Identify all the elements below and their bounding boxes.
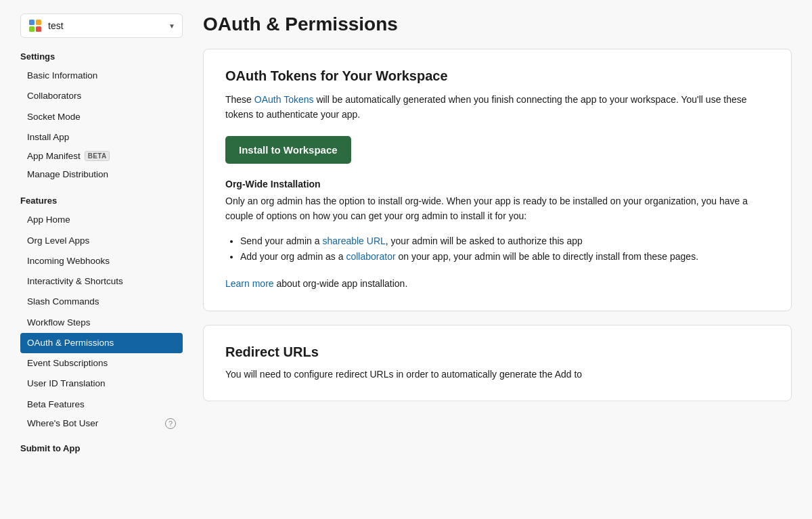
page-title: OAuth & Permissions [203,14,792,35]
bullet-item-2: Add your org admin as a collaborator on … [240,249,769,265]
sidebar-item-beta-features[interactable]: Beta Features [20,394,183,415]
svg-rect-0 [29,20,35,25]
app-manifest-label: App Manifest [27,151,81,161]
description-pre-link: These [225,94,254,105]
help-icon[interactable]: ? [165,418,176,429]
settings-section-title: Settings [20,51,183,62]
sidebar-item-event-subscriptions[interactable]: Event Subscriptions [20,353,183,374]
main-content: OAuth & Permissions OAuth Tokens for You… [203,14,792,505]
features-section-title: Features [20,196,183,206]
learn-more-link[interactable]: Learn more [225,278,274,289]
sidebar-item-app-home[interactable]: App Home [20,210,183,230]
redirect-urls-description: You will need to configure redirect URLs… [225,367,769,382]
sidebar-item-manage-distribution[interactable]: Manage Distribution [20,164,183,185]
oauth-tokens-card: OAuth Tokens for Your Workspace These OA… [203,49,792,311]
install-to-workspace-button[interactable]: Install to Workspace [225,136,351,164]
bullet-item-1: Send your admin a shareable URL, your ad… [240,233,769,250]
org-wide-title: Org-Wide Installation [225,179,769,189]
app-wrapper: test ▼ Settings Basic Information Collab… [0,0,812,519]
sidebar-item-install-app[interactable]: Install App [20,127,183,148]
sidebar-item-wheres-bot-user[interactable]: Where's Bot User ? [20,415,183,432]
bullet1-pre: Send your admin a [240,235,322,246]
submit-section-title: Submit to App [20,443,183,453]
learn-more-post: about org-wide app installation. [274,278,408,289]
sidebar-item-user-id-translation[interactable]: User ID Translation [20,374,183,394]
app-selector-caret-icon: ▼ [168,22,175,30]
oauth-tokens-link[interactable]: OAuth Tokens [254,94,314,105]
sidebar-item-oauth-permissions[interactable]: OAuth & Permissions [20,333,183,353]
redirect-urls-title: Redirect URLs [225,344,769,360]
svg-rect-1 [36,20,41,25]
sidebar-item-slash-commands[interactable]: Slash Commands [20,292,183,312]
bullet2-post: on your app, your admin will be able to … [396,251,698,262]
app-name: test [48,20,163,31]
sidebar-item-interactivity-shortcuts[interactable]: Interactivity & Shortcuts [20,271,183,292]
org-wide-list: Send your admin a shareable URL, your ad… [225,233,769,266]
sidebar-item-workflow-steps[interactable]: Workflow Steps [20,313,183,333]
shareable-url-link[interactable]: shareable URL [322,235,385,246]
org-wide-text: Only an org admin has the option to inst… [225,194,769,224]
redirect-urls-card: Redirect URLs You will need to configure… [203,325,792,401]
sidebar-item-socket-mode[interactable]: Socket Mode [20,107,183,127]
learn-more-section: Learn more about org-wide app installati… [225,276,769,291]
sidebar-item-org-level-apps[interactable]: Org Level Apps [20,231,183,251]
bullet2-pre: Add your org admin as a [240,251,346,262]
oauth-tokens-title: OAuth Tokens for Your Workspace [225,68,769,84]
wheres-bot-user-label: Where's Bot User [27,418,98,428]
sidebar-item-basic-information[interactable]: Basic Information [20,66,183,86]
collaborator-link[interactable]: collaborator [346,251,395,262]
oauth-tokens-description: These OAuth Tokens will be automatically… [225,92,769,122]
sidebar: test ▼ Settings Basic Information Collab… [20,14,183,505]
svg-rect-3 [36,26,41,32]
beta-badge: BETA [85,151,110,161]
sidebar-item-incoming-webhooks[interactable]: Incoming Webhooks [20,251,183,271]
bullet1-post: , your admin will be asked to authorize … [386,235,583,246]
app-icon [28,18,43,33]
svg-rect-2 [29,26,35,32]
sidebar-item-collaborators[interactable]: Collaborators [20,86,183,106]
sidebar-item-app-manifest[interactable]: App Manifest BETA [20,148,183,164]
app-selector[interactable]: test ▼ [20,14,183,38]
